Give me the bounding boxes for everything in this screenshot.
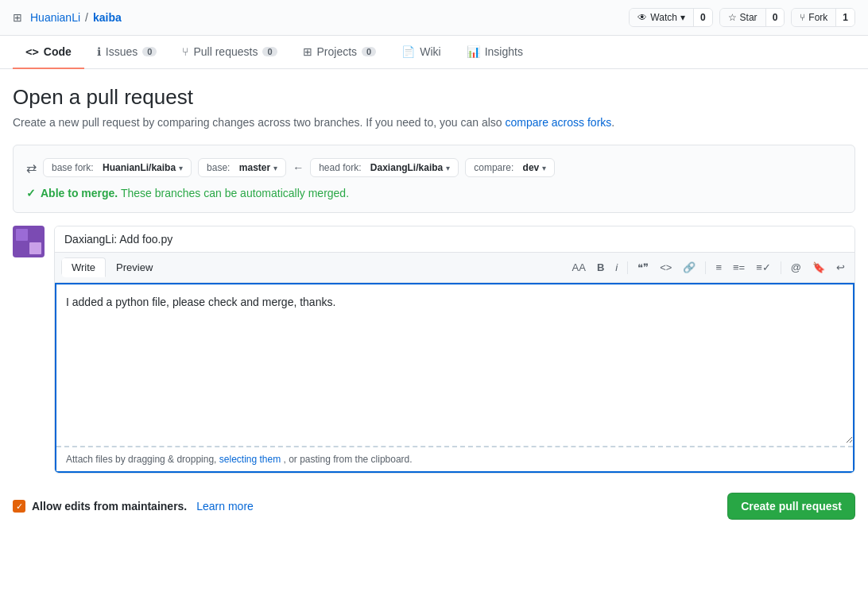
tab-projects-label: Projects <box>317 45 358 58</box>
subtitle-text: Create a new pull request by comparing c… <box>13 116 502 129</box>
watch-icon: 👁 <box>637 12 647 23</box>
allow-edits-section: ✓ Allow edits from maintainers. Learn mo… <box>13 500 254 513</box>
tab-code-label: Code <box>44 45 72 58</box>
code-icon: <> <box>25 45 39 58</box>
insights-icon: 📊 <box>467 45 480 58</box>
write-tab[interactable]: Write <box>61 257 106 277</box>
watch-label: Watch <box>650 12 677 23</box>
file-attach-text: Attach files by dragging & dropping, <box>66 454 216 465</box>
watch-button[interactable]: 👁 Watch ▾ <box>630 9 694 26</box>
pr-footer: ✓ Allow edits from maintainers. Learn mo… <box>13 483 855 529</box>
projects-badge: 0 <box>362 47 376 56</box>
star-icon: ☆ <box>728 12 737 23</box>
checkmark-icon: ✓ <box>26 187 36 199</box>
branch-selector: ⇄ base fork: HuanianLi/kaiba ▾ base: mas… <box>13 145 855 213</box>
merge-status: ✓ Able to merge. These branches can be a… <box>26 187 842 199</box>
base-fork-value: HuanianLi/kaiba <box>103 162 176 173</box>
allow-edits-label: Allow edits from maintainers. <box>32 500 187 513</box>
pr-form: Write Preview AA B i ❝❞ <> 🔗 ≡ ≡= ≡✓ @ <box>54 226 855 474</box>
pr-form-container: Write Preview AA B i ❝❞ <> 🔗 ≡ ≡= ≡✓ @ <box>13 226 855 474</box>
tab-wiki-label: Wiki <box>420 45 440 58</box>
head-fork-dropdown[interactable]: head fork: DaxiangLi/kaiba ▾ <box>310 158 459 177</box>
learn-more-link[interactable]: Learn more <box>196 500 254 513</box>
tab-pull-requests-label: Pull requests <box>193 45 258 58</box>
compare-forks-link[interactable]: compare across forks <box>505 116 611 129</box>
chevron-down-icon: ▾ <box>179 164 183 172</box>
quote-icon[interactable]: ❝❞ <box>634 260 652 275</box>
create-pull-request-button[interactable]: Create pull request <box>727 493 855 520</box>
issues-icon: ℹ <box>97 45 101 58</box>
pr-title-input[interactable] <box>55 226 854 253</box>
bold-icon[interactable]: B <box>594 260 607 275</box>
repo-name-link[interactable]: kaiba <box>93 11 122 24</box>
reply-icon[interactable]: ↩ <box>833 260 848 275</box>
left-arrow-icon: ← <box>293 161 304 174</box>
pr-body-textarea[interactable]: I added a python file, please check and … <box>56 284 853 443</box>
main-content: Open a pull request Create a new pull re… <box>0 69 868 545</box>
allow-edits-checkbox[interactable]: ✓ <box>13 500 25 513</box>
base-label: base: <box>207 162 230 173</box>
toolbar-icons: AA B i ❝❞ <> 🔗 ≡ ≡= ≡✓ @ 🔖 ↩ <box>569 260 848 275</box>
fork-label: Fork <box>808 12 827 23</box>
chevron-down-icon: ▾ <box>273 164 277 172</box>
tab-code[interactable]: <> Code <box>13 36 84 69</box>
write-preview-tabs: Write Preview <box>61 257 163 277</box>
code-icon[interactable]: <> <box>657 260 675 275</box>
ordered-list-icon[interactable]: ≡= <box>730 260 748 275</box>
task-list-icon[interactable]: ≡✓ <box>753 260 774 275</box>
compare-branch-dropdown[interactable]: compare: dev ▾ <box>465 158 555 177</box>
reference-icon[interactable]: 🔖 <box>809 260 828 275</box>
avatar-cell-1 <box>16 229 28 241</box>
issues-badge: 0 <box>142 47 157 56</box>
chevron-down-icon: ▾ <box>542 164 546 172</box>
tab-issues-label: Issues <box>106 45 138 58</box>
pull-requests-badge: 0 <box>262 47 277 56</box>
watch-group: 👁 Watch ▾ 0 <box>629 8 712 27</box>
head-fork-value: DaxiangLi/kaiba <box>370 162 443 173</box>
tab-issues[interactable]: ℹ Issues 0 <box>84 36 170 69</box>
heading-icon[interactable]: AA <box>569 260 589 275</box>
fork-button[interactable]: ⑂ Fork <box>792 9 836 26</box>
star-button[interactable]: ☆ Star <box>720 9 766 26</box>
fork-count: 1 <box>836 9 854 26</box>
file-attach-area: Attach files by dragging & dropping, sel… <box>56 446 853 471</box>
italic-icon[interactable]: i <box>612 260 621 275</box>
chevron-down-icon: ▾ <box>446 164 450 172</box>
repo-separator: / <box>85 11 88 24</box>
star-group: ☆ Star 0 <box>719 8 785 27</box>
tab-wiki[interactable]: 📄 Wiki <box>389 36 453 69</box>
tab-nav: <> Code ℹ Issues 0 ⑂ Pull requests 0 ⊞ P… <box>0 36 868 69</box>
tab-projects[interactable]: ⊞ Projects 0 <box>290 36 389 69</box>
toolbar-divider-2 <box>705 261 706 274</box>
repo-owner-link[interactable]: HuanianLi <box>30 11 80 24</box>
wiki-icon: 📄 <box>401 45 415 58</box>
base-value: master <box>239 162 270 173</box>
tab-insights-label: Insights <box>485 45 523 58</box>
watch-count: 0 <box>694 9 712 26</box>
tab-insights[interactable]: 📊 Insights <box>454 36 536 69</box>
head-fork-label: head fork: <box>319 162 361 173</box>
toolbar-divider-3 <box>781 261 781 274</box>
top-header: ⊞ HuanianLi / kaiba 👁 Watch ▾ 0 ☆ Star 0… <box>0 0 868 36</box>
fork-icon: ⑂ <box>800 12 805 23</box>
compare-arrows-icon: ⇄ <box>26 161 37 176</box>
selecting-them-link[interactable]: selecting them <box>219 454 281 465</box>
preview-tab[interactable]: Preview <box>106 257 163 277</box>
fork-group: ⑂ Fork 1 <box>791 8 855 27</box>
page-subtitle: Create a new pull request by comparing c… <box>13 116 855 129</box>
avatar-cell-2 <box>29 229 41 241</box>
compare-label: compare: <box>474 162 513 173</box>
merge-status-text: Able to merge. These branches can be aut… <box>41 187 349 199</box>
editor-toolbar: Write Preview AA B i ❝❞ <> 🔗 ≡ ≡= ≡✓ @ <box>55 253 854 283</box>
unordered-list-icon[interactable]: ≡ <box>712 260 725 275</box>
header-actions: 👁 Watch ▾ 0 ☆ Star 0 ⑂ Fork 1 <box>622 8 855 27</box>
compare-value: dev <box>523 162 540 173</box>
pull-requests-icon: ⑂ <box>182 45 188 58</box>
base-fork-dropdown[interactable]: base fork: HuanianLi/kaiba ▾ <box>43 158 192 177</box>
link-icon[interactable]: 🔗 <box>680 260 699 275</box>
file-attach-end: , or pasting from the clipboard. <box>284 454 413 465</box>
mention-icon[interactable]: @ <box>788 260 804 275</box>
tab-pull-requests[interactable]: ⑂ Pull requests 0 <box>169 36 289 69</box>
base-branch-dropdown[interactable]: base: master ▾ <box>198 158 286 177</box>
avatar-cell-4 <box>29 242 41 254</box>
